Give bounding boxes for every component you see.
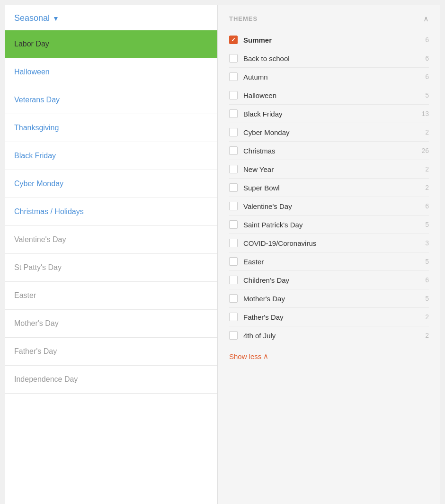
theme-count-summer: 6 [418,36,429,44]
theme-item-christmas: Christmas26 [229,142,429,160]
seasonal-dropdown[interactable]: Seasonal ▼ [14,13,208,23]
seasonal-label: Seasonal [14,13,50,23]
theme-name-halloween: Halloween [243,91,412,99]
theme-count-fathers-day: 2 [418,313,429,321]
left-item-valentines-day[interactable]: Valentine's Day [5,226,217,254]
theme-count-easter: 5 [418,258,429,265]
theme-count-new-year: 2 [418,165,429,173]
theme-item-valentines-day: Valentine's Day6 [229,197,429,216]
theme-item-new-year: New Year2 [229,160,429,179]
theme-item-4th-of-july: 4th of July2 [229,326,429,344]
show-less-arrow-icon: ∧ [263,352,268,360]
theme-item-cyber-monday: Cyber Monday2 [229,123,429,142]
theme-item-easter: Easter5 [229,252,429,271]
theme-name-christmas: Christmas [243,147,412,155]
theme-count-christmas: 26 [418,147,429,154]
chevron-down-icon: ▼ [53,15,59,22]
theme-item-super-bowl: Super Bowl2 [229,179,429,197]
theme-name-valentines-day: Valentine's Day [243,202,412,210]
left-item-st-pattys-day[interactable]: St Patty's Day [5,254,217,282]
theme-count-autumn: 6 [418,73,429,81]
theme-count-cyber-monday: 2 [418,128,429,136]
main-container: Seasonal ▼ Labor DayHalloweenVeterans Da… [5,5,440,504]
theme-count-back-to-school: 6 [418,54,429,62]
left-items-list: Labor DayHalloweenVeterans DayThanksgivi… [5,30,217,394]
show-less-button[interactable]: Show less ∧ [229,352,429,360]
theme-item-saint-patricks: Saint Patrick's Day5 [229,216,429,234]
checkbox-christmas[interactable] [229,146,238,155]
theme-name-fathers-day: Father's Day [243,313,412,321]
checkbox-fathers-day[interactable] [229,313,238,321]
theme-name-autumn: Autumn [243,73,412,81]
left-item-mothers-day[interactable]: Mother's Day [5,310,217,338]
checkbox-4th-of-july[interactable] [229,331,238,340]
left-item-independence-day[interactable]: Independence Day [5,366,217,394]
theme-name-4th-of-july: 4th of July [243,332,412,340]
checkbox-easter[interactable] [229,257,238,266]
themes-header: THEMES ∧ [229,14,429,23]
theme-name-mothers-day: Mother's Day [243,295,412,303]
theme-name-childrens-day: Children's Day [243,276,412,284]
checkbox-super-bowl[interactable] [229,183,238,192]
theme-item-black-friday: Black Friday13 [229,105,429,123]
theme-count-mothers-day: 5 [418,295,429,302]
checkbox-back-to-school[interactable] [229,54,238,63]
right-panel: THEMES ∧ Summer6Back to school6Autumn6Ha… [218,5,440,504]
left-header: Seasonal ▼ [5,5,217,30]
theme-name-new-year: New Year [243,165,412,173]
checkbox-childrens-day[interactable] [229,276,238,284]
left-item-christmas-holidays[interactable]: Christmas / Holidays [5,198,217,226]
checkbox-cyber-monday[interactable] [229,128,238,136]
checkbox-summer[interactable] [229,36,238,44]
left-item-thanksgiving[interactable]: Thanksgiving [5,114,217,142]
theme-name-black-friday: Black Friday [243,110,412,118]
theme-count-covid: 3 [418,239,429,247]
checkbox-halloween[interactable] [229,91,238,99]
collapse-icon[interactable]: ∧ [423,14,429,23]
theme-count-black-friday: 13 [418,110,429,117]
left-item-labor-day[interactable]: Labor Day [5,30,217,58]
theme-name-cyber-monday: Cyber Monday [243,128,412,136]
themes-list: Summer6Back to school6Autumn6Halloween5B… [229,31,429,344]
theme-count-childrens-day: 6 [418,276,429,284]
theme-name-super-bowl: Super Bowl [243,184,412,192]
theme-item-covid: COVID-19/Coronavirus3 [229,234,429,252]
checkbox-covid[interactable] [229,239,238,247]
theme-item-childrens-day: Children's Day6 [229,271,429,289]
show-less-label: Show less [229,352,261,360]
checkbox-new-year[interactable] [229,165,238,173]
left-item-black-friday[interactable]: Black Friday [5,142,217,170]
left-panel: Seasonal ▼ Labor DayHalloweenVeterans Da… [5,5,218,504]
checkbox-black-friday[interactable] [229,109,238,118]
theme-count-halloween: 5 [418,91,429,99]
theme-item-back-to-school: Back to school6 [229,49,429,68]
theme-count-4th-of-july: 2 [418,332,429,339]
theme-name-saint-patricks: Saint Patrick's Day [243,221,412,229]
checkbox-autumn[interactable] [229,72,238,81]
left-item-halloween[interactable]: Halloween [5,58,217,86]
theme-name-back-to-school: Back to school [243,54,412,63]
theme-count-valentines-day: 6 [418,202,429,210]
left-item-easter[interactable]: Easter [5,282,217,310]
theme-item-mothers-day: Mother's Day5 [229,289,429,308]
checkbox-mothers-day[interactable] [229,294,238,303]
theme-item-summer: Summer6 [229,31,429,49]
theme-name-summer: Summer [243,36,412,44]
checkbox-valentines-day[interactable] [229,202,238,210]
theme-count-saint-patricks: 5 [418,221,429,228]
checkbox-saint-patricks[interactable] [229,220,238,229]
left-item-veterans-day[interactable]: Veterans Day [5,86,217,114]
themes-title: THEMES [229,15,258,22]
theme-count-super-bowl: 2 [418,184,429,191]
theme-item-halloween: Halloween5 [229,86,429,105]
left-item-fathers-day[interactable]: Father's Day [5,338,217,366]
left-item-cyber-monday[interactable]: Cyber Monday [5,170,217,198]
theme-item-autumn: Autumn6 [229,68,429,86]
theme-name-easter: Easter [243,258,412,266]
theme-name-covid: COVID-19/Coronavirus [243,239,412,247]
theme-item-fathers-day: Father's Day2 [229,308,429,326]
